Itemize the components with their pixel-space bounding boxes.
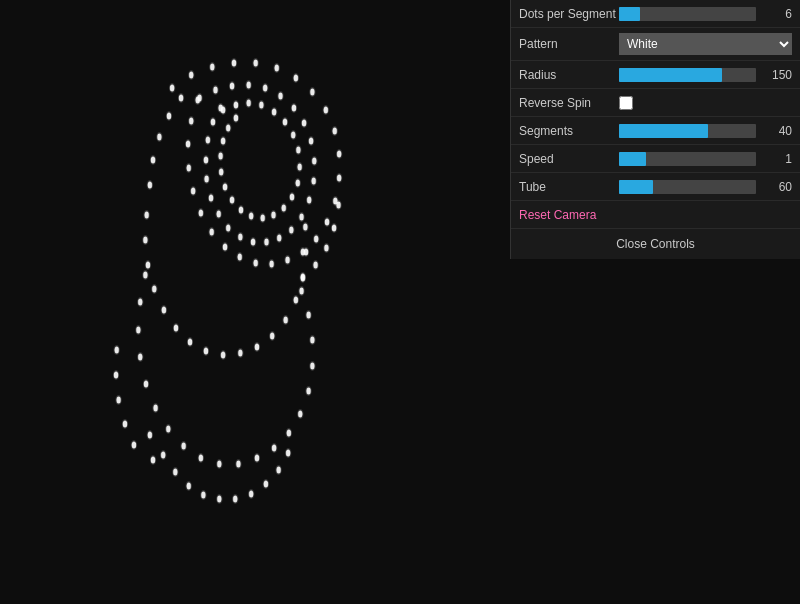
dots-per-segment-row: Dots per Segment 6 (511, 0, 800, 28)
pattern-dropdown-container: White Rainbow Fire Custom (619, 33, 792, 55)
segments-label: Segments (519, 124, 619, 138)
segments-fill (619, 124, 708, 138)
dots-per-segment-slider-container: 6 (619, 7, 792, 21)
pattern-row: Pattern White Rainbow Fire Custom (511, 28, 800, 61)
segments-row: Segments 40 (511, 117, 800, 145)
dots-per-segment-value: 6 (762, 7, 792, 21)
tube-slider-container: 60 (619, 180, 792, 194)
reverse-spin-checkbox-container (619, 96, 792, 110)
radius-value: 150 (762, 68, 792, 82)
controls-panel: Dots per Segment 6 Pattern White Rainbow… (510, 0, 800, 259)
tube-value: 60 (762, 180, 792, 194)
radius-row: Radius 150 (511, 61, 800, 89)
reset-camera-row[interactable]: Reset Camera (511, 201, 800, 229)
tube-track[interactable] (619, 180, 756, 194)
speed-track[interactable] (619, 152, 756, 166)
pattern-select[interactable]: White Rainbow Fire Custom (619, 33, 792, 55)
speed-fill (619, 152, 646, 166)
segments-slider-container: 40 (619, 124, 792, 138)
dots-per-segment-track[interactable] (619, 7, 756, 21)
segments-track[interactable] (619, 124, 756, 138)
close-controls-button[interactable]: Close Controls (511, 229, 800, 259)
reverse-spin-label: Reverse Spin (519, 96, 619, 110)
tube-fill (619, 180, 653, 194)
reset-camera-label[interactable]: Reset Camera (519, 208, 596, 222)
pattern-label: Pattern (519, 37, 619, 51)
speed-row: Speed 1 (511, 145, 800, 173)
speed-value: 1 (762, 152, 792, 166)
reverse-spin-row: Reverse Spin (511, 89, 800, 117)
tube-row: Tube 60 (511, 173, 800, 201)
radius-track[interactable] (619, 68, 756, 82)
speed-slider-container: 1 (619, 152, 792, 166)
radius-fill (619, 68, 722, 82)
tube-label: Tube (519, 180, 619, 194)
segments-value: 40 (762, 124, 792, 138)
speed-label: Speed (519, 152, 619, 166)
radius-slider-container: 150 (619, 68, 792, 82)
dots-per-segment-fill (619, 7, 640, 21)
reverse-spin-checkbox[interactable] (619, 96, 633, 110)
dots-per-segment-label: Dots per Segment (519, 7, 619, 21)
radius-label: Radius (519, 68, 619, 82)
